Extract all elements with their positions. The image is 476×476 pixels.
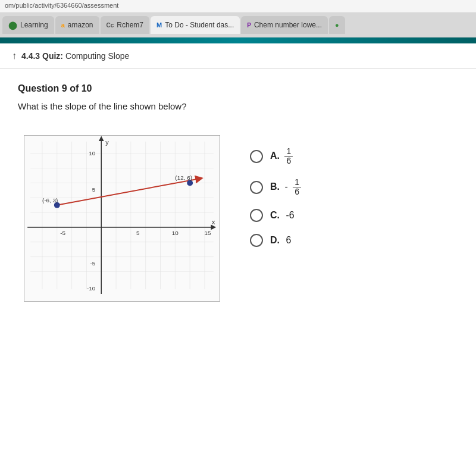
graph-svg: -5 5 10 15 10 5 -5 -10 [24,136,220,301]
question-number: Question 9 of 10 [18,83,458,94]
tab-extra[interactable]: ● [329,16,345,34]
breadcrumb-icon: ↑ [12,51,17,61]
radio-b[interactable] [250,181,263,194]
tab-amazon[interactable]: a amazon [55,16,99,34]
tab-chem[interactable]: P Chem number lowe... [241,16,328,34]
answer-label-b: B. - 1 6 [270,178,301,197]
svg-text:15: 15 [204,230,211,236]
svg-text:(-6, 3): (-6, 3) [42,197,58,203]
amazon-icon: a [61,21,65,29]
neg-sign-b: - [284,181,287,192]
radio-c[interactable] [250,209,263,222]
fraction-a-den: 6 [284,156,293,165]
radio-d[interactable] [250,234,263,247]
fraction-a: 1 6 [284,147,293,166]
answer-letter-a: A. [270,151,280,161]
tab-rchem[interactable]: Cc Rchem7 [101,16,149,34]
answer-choice-c[interactable]: C. -6 [250,209,301,222]
graph-box: -5 5 10 15 10 5 -5 -10 [24,135,220,302]
tab-chem-label: Chem number lowe... [254,21,322,29]
question-text: What is the slope of the line shown belo… [18,101,458,111]
fraction-b-num: 1 [293,178,301,187]
svg-text:-5: -5 [90,260,96,267]
svg-text:10: 10 [172,230,179,236]
url-text: om/public/activity/6364660/assessment [5,2,118,9]
question-area: -5 5 10 15 10 5 -5 -10 [18,123,458,314]
svg-text:(12, 6): (12, 6) [175,174,192,181]
todo-icon: M [156,21,162,29]
answer-letter-c: C. [270,210,280,220]
answer-value-c: -6 [286,210,294,220]
svg-text:5: 5 [92,186,96,193]
chem-icon: P [247,22,251,29]
url-bar: om/public/activity/6364660/assessment [0,0,476,13]
graph-container: -5 5 10 15 10 5 -5 -10 [18,123,232,314]
answer-choice-a[interactable]: A. 1 6 [250,147,301,166]
tab-rchem-label: Rchem7 [117,21,143,29]
breadcrumb-quiz: 4.4.3 Quiz: [21,51,63,61]
answer-choices: A. 1 6 B. - 1 6 [250,123,301,247]
svg-text:-5: -5 [60,230,65,236]
breadcrumb-text: 4.4.3 Quiz: Computing Slope [21,51,129,61]
answer-letter-d: D. [270,235,280,245]
tab-bar: ⬤ Learning a amazon Cc Rchem7 M To Do - … [0,13,476,37]
answer-letter-b: B. [270,181,280,192]
tab-learning[interactable]: ⬤ Learning [2,16,54,34]
svg-text:x: x [212,218,215,226]
fraction-b-den: 6 [293,187,301,196]
answer-choice-d[interactable]: D. 6 [250,234,301,247]
breadcrumb: ↑ 4.4.3 Quiz: Computing Slope [0,43,476,69]
accent-bar [0,37,476,43]
tab-todo-label: To Do - Student das... [165,21,234,29]
answer-label-a: A. 1 6 [270,147,293,166]
tab-amazon-label: amazon [68,21,93,29]
svg-line-33 [57,178,199,205]
answer-choice-b[interactable]: B. - 1 6 [250,178,301,197]
extra-icon: ● [335,21,339,29]
answer-label-d: D. 6 [270,235,291,246]
main-content: Question 9 of 10 What is the slope of th… [0,69,476,476]
learning-icon: ⬤ [8,21,17,30]
answer-label-c: C. -6 [270,210,295,221]
svg-text:10: 10 [89,150,96,156]
svg-text:-10: -10 [87,285,96,292]
rchem-icon: Cc [107,22,114,29]
svg-text:5: 5 [136,230,140,236]
radio-a[interactable] [250,150,263,163]
browser-chrome: om/public/activity/6364660/assessment ⬤ … [0,0,476,37]
svg-text:y: y [105,139,109,146]
tab-todo[interactable]: M To Do - Student das... [151,16,240,34]
tab-learning-label: Learning [20,21,48,29]
answer-value-d: 6 [286,235,291,245]
fraction-b: 1 6 [293,178,301,197]
fraction-a-num: 1 [284,147,293,156]
